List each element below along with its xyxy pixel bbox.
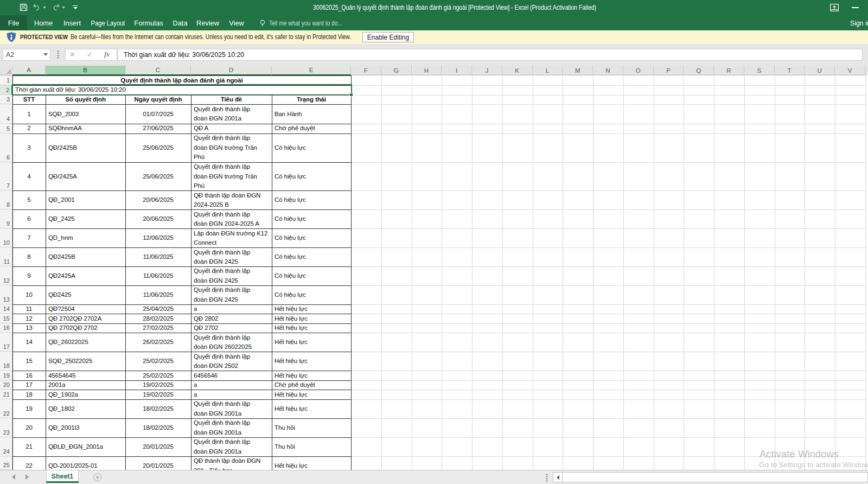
column-header-M[interactable]: M xyxy=(563,66,593,75)
add-sheet-icon[interactable]: + xyxy=(93,473,101,481)
cell-A7[interactable]: 4 xyxy=(13,163,45,191)
column-header-N[interactable]: N xyxy=(593,66,623,75)
cell-C22[interactable]: 18/02/2025 xyxy=(126,400,190,418)
cell-E6[interactable]: Có hiệu lực xyxy=(272,134,350,162)
tab-home[interactable]: Home xyxy=(31,17,56,29)
sheet-next-icon[interactable] xyxy=(25,474,29,480)
cell-C20[interactable]: 19/02/2025 xyxy=(126,381,190,390)
row-header-12[interactable]: 12 xyxy=(0,266,12,285)
cell-B18[interactable]: SQĐ_25022025 xyxy=(46,352,125,371)
column-header-U[interactable]: U xyxy=(805,66,835,75)
cell-E10[interactable]: Có hiệu lực xyxy=(272,229,350,247)
tab-data[interactable]: Data xyxy=(169,17,190,29)
column-header-Q[interactable]: Q xyxy=(684,66,714,75)
cell-E18[interactable]: Hết hiệu lực xyxy=(272,352,350,371)
cell-E5[interactable]: Chờ phê duyệt xyxy=(272,124,350,133)
cell-E16[interactable]: Hết hiệu lực xyxy=(272,324,350,333)
row-header-7[interactable]: 7 xyxy=(0,162,12,191)
row-header-17[interactable]: 17 xyxy=(0,333,12,352)
cell-D4[interactable]: Quyết định thành lập đoàn ĐGN 2001a xyxy=(192,105,271,124)
cell-C8[interactable]: 20/06/2025 xyxy=(126,191,190,209)
minimize-icon[interactable] xyxy=(852,7,859,8)
cell-D22[interactable]: Quyết định thành lập đoàn ĐGN 2001a xyxy=(192,400,271,418)
customize-quick-access-icon[interactable] xyxy=(73,4,78,11)
row-header-8[interactable]: 8 xyxy=(0,190,12,209)
cell-D21[interactable]: a xyxy=(192,390,271,399)
cell-A13[interactable]: 10 xyxy=(13,286,45,304)
cell-E23[interactable]: Thu hồi xyxy=(272,419,350,437)
column-header-D[interactable]: D xyxy=(191,66,272,75)
cell-E12[interactable]: Có hiệu lực xyxy=(272,267,350,285)
cell-B13[interactable]: QĐ2425 xyxy=(46,286,125,304)
cell-E13[interactable]: Có hiệu lực xyxy=(272,286,350,304)
column-header-E[interactable]: E xyxy=(272,66,351,75)
row-header-4[interactable]: 4 xyxy=(0,104,12,124)
save-icon[interactable] xyxy=(20,3,28,11)
cell-header-E3[interactable]: Trạng thái xyxy=(272,95,350,105)
column-header-G[interactable]: G xyxy=(381,66,412,75)
cell-header-D3[interactable]: Tiêu đề xyxy=(192,95,271,105)
cell-header-C3[interactable]: Ngày quyết định xyxy=(126,95,190,105)
cell-D23[interactable]: Quyết định thành lập đoàn ĐGN 2001a xyxy=(192,419,271,437)
row-header-5[interactable]: 5 xyxy=(0,124,12,133)
column-header-S[interactable]: S xyxy=(744,66,775,75)
row-header-6[interactable]: 6 xyxy=(0,133,12,162)
cell-D13[interactable]: Quyết định thành lập đoàn ĐGN 2425 xyxy=(192,286,271,304)
cell-C6[interactable]: 25/06/2025 xyxy=(126,134,190,162)
row-header-13[interactable]: 13 xyxy=(0,285,12,304)
cell-B6[interactable]: QĐ/2425B xyxy=(46,134,125,162)
cell-E22[interactable]: Hết hiệu lực xyxy=(272,400,350,418)
cell-C18[interactable]: 25/02/2025 xyxy=(126,352,190,371)
cell-D7[interactable]: Quyết định thành lập đoàn ĐGN trường Trầ… xyxy=(192,163,271,191)
undo-dropdown-icon[interactable] xyxy=(43,7,46,9)
enter-icon[interactable]: ✓ xyxy=(87,50,93,59)
undo-icon[interactable] xyxy=(33,4,41,10)
cell-B19[interactable]: 45654645 xyxy=(46,371,125,380)
column-header-J[interactable]: J xyxy=(472,66,502,75)
tab-review[interactable]: Review xyxy=(193,17,222,29)
sign-in-button[interactable]: Sign in xyxy=(850,20,868,27)
cell-C19[interactable]: 25/02/2025 xyxy=(126,371,190,380)
formula-bar-splitter[interactable]: •••• xyxy=(56,50,60,59)
row-header-9[interactable]: 9 xyxy=(0,209,12,228)
cell-C5[interactable]: 27/06/2025 xyxy=(126,124,190,133)
cell-E15[interactable]: Hết hiệu lực xyxy=(272,314,350,323)
column-header-I[interactable]: I xyxy=(442,66,472,75)
row-header-20[interactable]: 20 xyxy=(0,380,12,390)
cell-A23[interactable]: 20 xyxy=(13,419,45,437)
cell-E7[interactable]: Có hiệu lực xyxy=(272,163,350,191)
cell-A8[interactable]: 5 xyxy=(13,191,45,209)
row-header-14[interactable]: 14 xyxy=(0,304,12,314)
insert-function-icon[interactable]: fx xyxy=(104,50,110,59)
row-header-15[interactable]: 15 xyxy=(0,314,12,323)
vertical-scrollbar[interactable] xyxy=(865,75,868,470)
row-header-10[interactable]: 10 xyxy=(0,228,12,247)
row-header-25[interactable]: 25 xyxy=(0,456,12,470)
redo-icon[interactable] xyxy=(52,4,60,10)
cell-B16[interactable]: QĐ 2702QĐ 2702 xyxy=(46,324,125,333)
cell-A22[interactable]: 19 xyxy=(13,400,45,418)
tab-page-layout[interactable]: Page Layout xyxy=(85,17,131,29)
cell-A16[interactable]: 13 xyxy=(13,324,45,333)
cell-C12[interactable]: 11/06/2025 xyxy=(126,267,190,285)
cell-D20[interactable]: a xyxy=(192,381,271,390)
cell-C14[interactable]: 25/04/2025 xyxy=(126,305,190,314)
cell-B15[interactable]: QĐ 2702QĐ 2702A xyxy=(46,314,125,323)
cell-A19[interactable]: 16 xyxy=(13,371,45,380)
cell-C7[interactable]: 25/06/2025 xyxy=(126,163,190,191)
row-header-18[interactable]: 18 xyxy=(0,352,12,371)
column-header-P[interactable]: P xyxy=(654,66,684,75)
cell-A12[interactable]: 9 xyxy=(13,267,45,285)
cell-B5[interactable]: SQĐhnmAA xyxy=(46,124,125,133)
cell-B7[interactable]: QĐ/2425A xyxy=(46,163,125,191)
cell-E24[interactable]: Thu hồi xyxy=(272,438,350,456)
cell-B22[interactable]: QĐ_1802 xyxy=(46,400,125,418)
cell-C17[interactable]: 26/02/2025 xyxy=(126,333,190,352)
cell-D17[interactable]: Quyết định thành lập đoàn ĐGN 26022025 xyxy=(192,333,271,352)
cell-E19[interactable]: Hết hiệu lực xyxy=(272,371,350,380)
cancel-icon[interactable]: ✕ xyxy=(69,50,75,59)
tab-view[interactable]: View xyxy=(226,17,247,29)
cell-B12[interactable]: QĐ2425A xyxy=(46,267,125,285)
horizontal-scrollbar[interactable] xyxy=(563,472,868,482)
row-header-23[interactable]: 23 xyxy=(0,418,12,437)
